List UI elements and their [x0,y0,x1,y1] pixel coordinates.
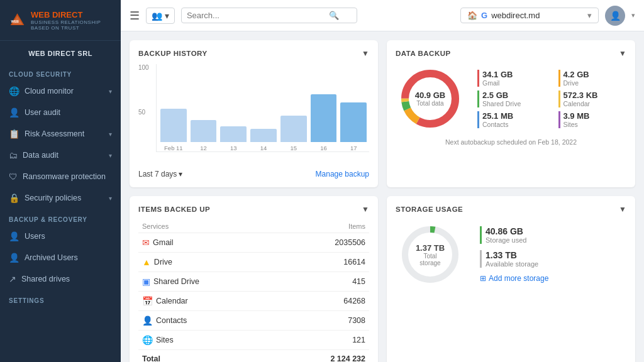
stat-service: Sites [564,121,627,128]
lock-icon: 🔒 [9,193,19,203]
table-row: ▣ Shared Drive 415 [138,272,369,292]
storage-usage-card: STORAGE USAGE ▼ 1.37 TB Total storage [387,196,635,362]
people-filter[interactable]: 👥 ▾ [146,8,175,24]
sidebar-item-user-audit[interactable]: 👤 User audit [0,102,121,123]
used-label: Storage used [486,236,548,244]
archived-user-icon: 👤 [9,253,19,263]
period-chevron-icon: ▾ [179,170,182,178]
contacts-icon: 👤 [142,315,153,326]
table-row: 🌐 Sites 121 [138,331,369,350]
stat-service: Gmail [482,79,546,87]
service-cell: ▣ Shared Drive [138,272,278,292]
search-bar[interactable]: 🔍 [181,8,357,23]
backup-stats-grid: 34.1 GB Gmail 4.2 GB Drive 2.5 GB Shared… [477,70,626,128]
gmail-icon: ✉ [142,238,150,248]
menu-icon[interactable]: ☰ [130,9,140,23]
main-area: ☰ 👥 ▾ 🔍 🏠 G webdirect.md ▾ 👤 ▾ BACKUP HI… [121,0,644,362]
backup-history-card: BACKUP HISTORY ▼ 100 50 Feb 11 12 [130,40,378,187]
url-bar[interactable]: 🏠 G webdirect.md ▾ [460,8,599,23]
brand-tagline: BUSINESS RELATIONSHIP BASED ON TRUST [31,19,112,31]
stat-contacts: 25.1 MB Contacts [477,111,546,128]
storage-total-label: Total storage [413,253,448,266]
chart-footer: Last 7 days ▾ Manage backup [138,170,369,178]
chart-bar-17: 17 [340,64,367,151]
stat-value: 25.1 MB [482,111,546,121]
stat-calendar: 572.3 KB Calendar [558,90,627,107]
chart-bar-13: 13 [220,64,247,151]
storage-stats: 40.86 GB Storage used 1.33 TB Available … [480,226,548,268]
sidebar-item-label: Ransomware protection [23,172,106,181]
bar [191,120,217,142]
sidebar-item-users[interactable]: 👤 Users [0,226,121,247]
items-count: 121 [278,331,369,350]
section-label-settings: SETTINGS [0,290,121,307]
stat-drive: 4.2 GB Drive [558,70,627,87]
table-row: ✉ Gmail 2035506 [138,233,369,253]
sidebar-item-archived-users[interactable]: 👤 Archived Users [0,247,121,268]
search-icon: 🔍 [329,11,339,20]
table-row: ▲ Drive 16614 [138,253,369,272]
backup-chart: 100 50 Feb 11 12 13 [138,64,369,165]
drive-icon: ▲ [142,257,151,267]
sidebar-item-data-audit[interactable]: 🗂 Data audit ▾ [0,145,121,166]
service-cell: ✉ Gmail [138,233,278,253]
manage-backup-link[interactable]: Manage backup [316,170,369,178]
bar [311,94,337,142]
bar-label: 16 [320,145,327,151]
sidebar-item-ransomware-protection[interactable]: 🛡 Ransomware protection [0,166,121,187]
card-collapse-icon[interactable]: ▼ [362,49,369,58]
items-table: Services Items ✉ Gmail 2035506 [138,220,369,362]
sidebar-logo: WEB WEB DIRECT BUSINESS RELATIONSHIP BAS… [0,0,121,41]
stat-sites: 3.9 MB Sites [558,111,627,128]
stat-gmail: 34.1 GB Gmail [477,70,546,87]
sidebar-item-label: Risk Assessment [25,129,84,138]
next-backup-label: Next autobackup scheduled on Feb 18, 202… [396,138,626,146]
stat-value: 4.2 GB [564,70,627,79]
service-name: Contacts [156,316,187,325]
chart-bar-12: 12 [191,64,217,151]
sidebar-item-label: User audit [25,108,60,117]
chart-bar-15: 15 [280,64,307,151]
brand-name: WEB DIRECT [31,10,112,19]
stat-value: 34.1 GB [482,70,546,79]
card-collapse-icon[interactable]: ▼ [619,49,626,58]
sidebar-item-shared-drives[interactable]: ↗ Shared drives [0,268,121,290]
items-count: 7308 [278,311,369,331]
period-label: Last 7 days [138,170,177,178]
card-collapse-icon[interactable]: ▼ [619,205,626,214]
items-backed-up-card: ITEMS BACKED UP ▼ Services Items ✉ [130,196,378,362]
bar-label: Feb 11 [164,145,183,151]
storage-center: 1.37 TB Total storage [413,243,448,266]
card-header: ITEMS BACKED UP ▼ [138,205,369,214]
add-storage-link[interactable]: ⊞ Add more storage [480,274,548,283]
globe-icon: 🌐 [9,86,19,96]
table-row: 👤 Contacts 7308 [138,311,369,331]
chevron-icon: ▾ [109,195,112,202]
stat-value: 572.3 KB [564,90,627,100]
card-collapse-icon[interactable]: ▼ [362,205,369,214]
url-chevron-icon: ▾ [587,11,592,20]
sidebar-item-risk-assessment[interactable]: 📋 Risk Assessment ▾ [0,123,121,145]
user-icon: 👤 [9,231,19,241]
sidebar-item-label: Data audit [23,151,58,160]
table-row: 📅 Calendar 64268 [138,292,369,311]
dashboard: BACKUP HISTORY ▼ 100 50 Feb 11 12 [121,31,644,362]
section-label-cloud: CLOUD SECURITY [0,63,121,80]
avatar[interactable]: 👤 [605,6,625,26]
available-value: 1.33 TB [486,250,548,260]
items-count: 2035506 [278,233,369,253]
used-value: 40.86 GB [486,226,548,236]
search-input[interactable] [187,11,325,20]
sidebar: WEB WEB DIRECT BUSINESS RELATIONSHIP BAS… [0,0,121,362]
bar [160,109,187,142]
bar-label: 12 [200,145,207,151]
sidebar-item-security-policies[interactable]: 🔒 Security policies ▾ [0,187,121,209]
bar [280,116,307,142]
service-cell: ▲ Drive [138,253,278,272]
chart-bar-14: 14 [250,64,277,151]
period-selector[interactable]: Last 7 days ▾ [138,170,182,178]
items-count: 415 [278,272,369,292]
sidebar-item-cloud-monitor[interactable]: 🌐 Cloud monitor ▾ [0,80,121,102]
storage-total-value: 1.37 TB [413,243,448,253]
storage-available-stat: 1.33 TB Available storage [480,250,548,268]
